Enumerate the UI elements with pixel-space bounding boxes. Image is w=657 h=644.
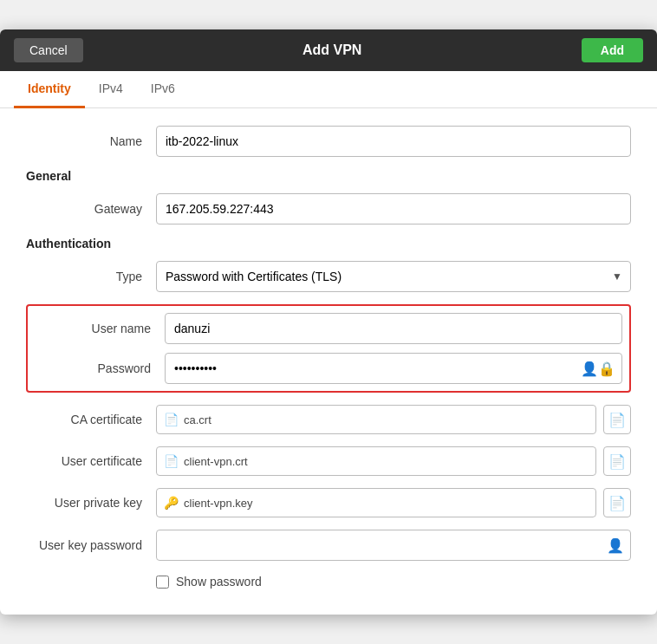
user-key-row: User private key 🔑 client-vpn.key 📄: [26, 488, 631, 517]
titlebar: Cancel Add VPN Add: [0, 29, 657, 71]
user-key-password-wrapper: 👤: [156, 530, 631, 561]
authentication-section-title: Authentication: [26, 237, 631, 250]
name-input[interactable]: [156, 126, 631, 157]
ca-cert-filename: ca.crt: [184, 413, 211, 426]
password-row: Password 👤🔒: [35, 353, 622, 384]
show-password-label[interactable]: Show password: [176, 575, 262, 589]
password-input[interactable]: [165, 353, 622, 384]
username-label: User name: [35, 322, 165, 335]
credentials-group: User name Password 👤🔒: [26, 304, 631, 393]
password-label: Password: [35, 361, 165, 375]
user-key-password-input[interactable]: [156, 530, 631, 561]
tab-identity[interactable]: Identity: [14, 71, 85, 108]
user-key-label: User private key: [26, 496, 156, 510]
user-key-filename: client-vpn.key: [184, 497, 252, 510]
cancel-button[interactable]: Cancel: [14, 38, 83, 62]
user-cert-field: 📄 client-vpn.crt 📄: [156, 446, 631, 476]
ca-cert-label: CA certificate: [26, 413, 156, 426]
person-lock-icon[interactable]: 👤🔒: [581, 361, 615, 377]
user-cert-filename: client-vpn.crt: [184, 455, 248, 468]
tab-ipv4[interactable]: IPv4: [85, 71, 137, 108]
show-password-checkbox[interactable]: [156, 576, 169, 589]
file-icon-2: 📄: [164, 454, 179, 468]
tab-ipv6[interactable]: IPv6: [137, 71, 189, 108]
add-button[interactable]: Add: [582, 38, 643, 62]
tab-content-identity: Name General Gateway Authentication Type…: [0, 108, 657, 615]
user-key-field: 🔑 client-vpn.key 📄: [156, 488, 631, 517]
type-select-wrapper: Password with Certificates (TLS) ▼: [156, 261, 631, 292]
tab-bar: Identity IPv4 IPv6: [0, 71, 657, 108]
gateway-row: Gateway: [26, 193, 631, 224]
ca-cert-browse-button[interactable]: 📄: [603, 405, 631, 434]
type-select[interactable]: Password with Certificates (TLS): [156, 261, 631, 292]
user-cert-row: User certificate 📄 client-vpn.crt 📄: [26, 446, 631, 476]
type-row: Type Password with Certificates (TLS) ▼: [26, 261, 631, 292]
username-row: User name: [35, 313, 622, 344]
ca-cert-field: 📄 ca.crt 📄: [156, 405, 631, 434]
user-key-value-box: 🔑 client-vpn.key: [156, 488, 596, 517]
file-icon: 📄: [164, 413, 179, 426]
vpn-dialog: Cancel Add VPN Add Identity IPv4 IPv6 Na…: [0, 29, 657, 615]
user-cert-browse-button[interactable]: 📄: [603, 446, 631, 476]
user-key-password-label: User key password: [26, 538, 156, 552]
user-key-password-row: User key password 👤: [26, 530, 631, 561]
gateway-input[interactable]: [156, 193, 631, 224]
gateway-label: Gateway: [26, 202, 156, 216]
ca-cert-value-box: 📄 ca.crt: [156, 405, 596, 434]
user-cert-label: User certificate: [26, 454, 156, 468]
type-label: Type: [26, 270, 156, 283]
name-row: Name: [26, 126, 631, 157]
username-input[interactable]: [165, 313, 622, 344]
person-icon[interactable]: 👤: [607, 537, 624, 554]
user-key-browse-button[interactable]: 📄: [603, 488, 631, 517]
name-label: Name: [26, 134, 156, 148]
ca-cert-row: CA certificate 📄 ca.crt 📄: [26, 405, 631, 434]
key-icon: 🔑: [164, 496, 179, 510]
dialog-title: Add VPN: [302, 42, 361, 58]
general-section-title: General: [26, 169, 631, 183]
show-password-row: Show password: [26, 575, 631, 589]
password-field-wrapper: 👤🔒: [165, 353, 622, 384]
user-cert-value-box: 📄 client-vpn.crt: [156, 446, 596, 476]
